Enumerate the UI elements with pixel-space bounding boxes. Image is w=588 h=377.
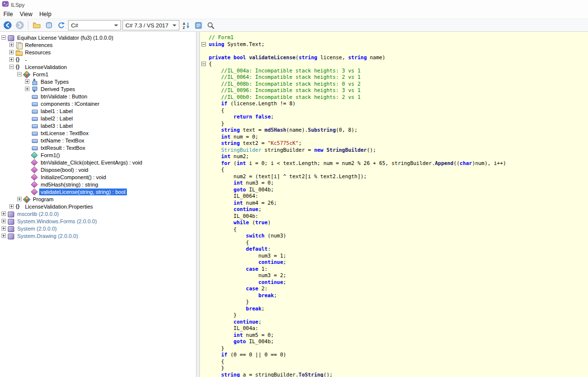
tree-item[interactable]: Base Types (0, 78, 196, 85)
field-icon (31, 93, 38, 100)
tree-item[interactable]: Dispose(bool) : void (0, 166, 196, 173)
pane-splitter[interactable] (196, 32, 200, 377)
expand-icon[interactable] (1, 234, 6, 238)
code-text: int num4 = 26; (209, 200, 277, 207)
tree-item[interactable]: md5Hash(string) : string (0, 181, 196, 188)
method-icon (31, 159, 38, 166)
tree-item[interactable]: Resources (0, 48, 196, 56)
open-button[interactable] (31, 20, 42, 31)
code-text: } (209, 312, 237, 319)
tree-item[interactable]: System.Drawing (2.0.0.0) (0, 232, 196, 239)
code-text: continue; (209, 259, 286, 266)
code-line: } (200, 312, 588, 319)
tree-item[interactable]: LicenseValidation.Properties (0, 203, 196, 210)
tree-item[interactable]: btnValidate : Button (0, 93, 196, 100)
menu-view[interactable]: View (16, 11, 36, 18)
expand-icon[interactable] (25, 87, 29, 91)
field-icon (31, 108, 38, 115)
tree-item[interactable]: txtName : TextBox (0, 137, 196, 144)
fold-collapse-icon[interactable] (201, 42, 206, 47)
tree-item[interactable]: Form1() (0, 151, 196, 159)
tree-item[interactable]: System.Windows.Forms (2.0.0.0) (0, 217, 196, 225)
code-text: int num = 0; (209, 134, 258, 141)
language-version-combo[interactable]: C# 7.3 / VS 2017 (122, 20, 179, 30)
options-button[interactable] (193, 20, 204, 31)
tree-item[interactable]: txtResult : TextBox (0, 144, 196, 151)
expand-icon[interactable] (17, 197, 22, 201)
expand-icon[interactable] (9, 50, 14, 54)
chevron-down-icon (114, 24, 118, 26)
tree-item[interactable]: - (0, 56, 196, 63)
open-from-gac-button[interactable] (44, 20, 54, 31)
expand-icon[interactable] (1, 212, 6, 216)
expand-icon[interactable] (9, 43, 14, 47)
code-text: case 1: (209, 266, 268, 273)
expand-icon[interactable] (1, 226, 6, 231)
code-line: //IL_008b: Incompatible stack heights: 0… (200, 81, 588, 88)
collapse-icon[interactable] (9, 65, 14, 69)
field-icon (31, 100, 38, 107)
back-button[interactable] (2, 20, 13, 31)
code-line: for (int i = 0; i < text.Length; num = n… (200, 160, 588, 167)
code-text: } (209, 365, 224, 372)
tree-item[interactable]: mscorlib (2.0.0.0) (0, 210, 196, 217)
base-types-icon (31, 78, 38, 85)
code-line: using System.Text; (200, 41, 588, 48)
tree-item[interactable]: Form1 (0, 71, 196, 78)
collapse-icon[interactable] (17, 72, 22, 76)
open-from-gac-icon (45, 22, 53, 29)
tree-item[interactable]: Equihax License Validator (fu3) (1.0.0.0… (0, 34, 196, 41)
fold-collapse-icon[interactable] (201, 62, 206, 66)
forward-icon (16, 21, 24, 29)
code-line: default: (200, 246, 588, 253)
toolbar: C# C# 7.3 / VS 2017 AZ (0, 19, 588, 32)
code-text: int num5 = 0; (209, 332, 274, 339)
collapse-icon[interactable] (1, 35, 6, 40)
tree-item[interactable]: validateLicense(string, string) : bool (0, 188, 196, 195)
menu-help[interactable]: Help (36, 11, 55, 18)
tree-item[interactable]: System (2.0.0.0) (0, 225, 196, 232)
search-button[interactable] (205, 20, 216, 31)
tree-item[interactable]: label2 : Label (0, 115, 196, 122)
code-text: int num2; (209, 153, 249, 160)
code-text: IL_0064: (209, 193, 258, 200)
language-combo[interactable]: C# (68, 20, 121, 30)
method-icon (31, 174, 38, 181)
expand-icon[interactable] (9, 57, 14, 62)
tree-item-label: txtLicense : TextBox (39, 130, 90, 137)
code-line: { (200, 239, 588, 246)
tree-item[interactable]: label3 : Label (0, 122, 196, 129)
tree-item[interactable]: References (0, 41, 196, 48)
app-icon (2, 0, 9, 9)
resources-icon (15, 49, 22, 56)
expand-icon[interactable] (25, 79, 29, 84)
tree-item-label: Equihax License Validator (fu3) (1.0.0.0… (16, 34, 115, 41)
code-text: } (209, 120, 224, 127)
reload-button[interactable] (56, 20, 67, 31)
forward-button[interactable] (14, 20, 25, 31)
tree-item[interactable]: Program (0, 195, 196, 203)
tree-item[interactable]: txtLicense : TextBox (0, 129, 196, 137)
code-line: } (200, 299, 588, 306)
code-text: num2 = (text[i] ^ text2[i % text2.Length… (209, 173, 367, 180)
expand-icon[interactable] (1, 219, 6, 223)
tree-item-label: Resources (24, 49, 52, 56)
titlebar: ILSpy (0, 0, 588, 9)
code-line: continue; (200, 206, 588, 213)
tree-item[interactable]: components : IContainer (0, 100, 196, 107)
tree-item[interactable]: LicenseValidation (0, 63, 196, 71)
tree-item[interactable]: InitializeComponent() : void (0, 173, 196, 181)
sort-assemblies-button[interactable]: AZ (181, 20, 192, 31)
expand-icon[interactable] (9, 204, 14, 209)
tree-item[interactable]: btnValidate_Click(object, EventArgs) : v… (0, 159, 196, 166)
menu-file[interactable]: File (0, 11, 16, 18)
tree-item[interactable]: label1 : Label (0, 107, 196, 115)
code-text: int num3 = 0; (209, 180, 274, 187)
tree-item[interactable]: Derived Types (0, 85, 196, 93)
code-text: //IL_0096: Incompatible stack heights: 3… (209, 87, 361, 94)
language-combo-value: C# (71, 23, 78, 28)
code-text: break; (209, 306, 265, 312)
code-line: break; (200, 306, 588, 312)
code-line: // Form1 (200, 34, 588, 41)
tree-item-label: components : IContainer (39, 100, 101, 107)
